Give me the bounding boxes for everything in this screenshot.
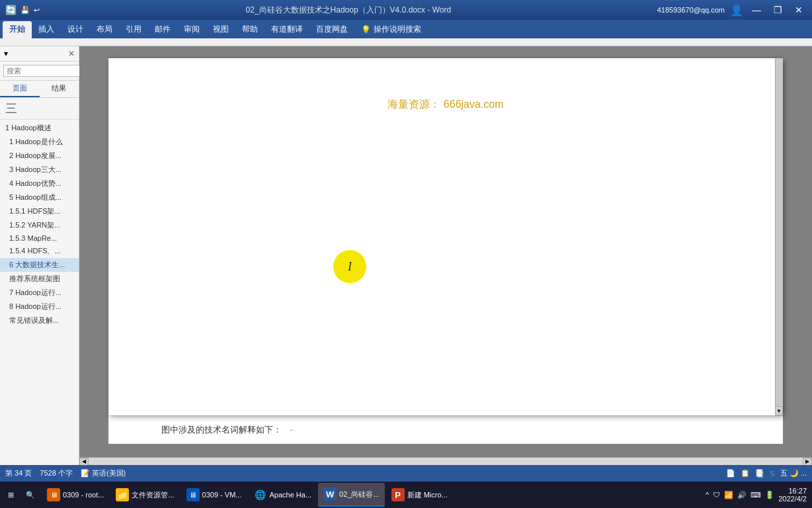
quick-save[interactable]: 💾 bbox=[20, 6, 30, 15]
title-bar: 🔄 💾 ↩ 02_尚硅谷大数据技术之Hadoop（入门）V4.0.docx - … bbox=[0, 0, 812, 20]
word-count: 7528 个字 bbox=[40, 468, 73, 478]
scroll-left-btn[interactable]: ◀ bbox=[79, 458, 89, 466]
maximize-button[interactable]: ❐ bbox=[770, 2, 786, 18]
keyboard-icon: ⌨ bbox=[751, 491, 761, 499]
watermark-text: 海量资源： 666java.com bbox=[161, 85, 730, 112]
account-icon[interactable]: 👤 bbox=[730, 4, 743, 17]
start-icon: ⊞ bbox=[8, 491, 14, 499]
terminal-icon-1: 🖥 bbox=[47, 488, 60, 501]
tab-youdao[interactable]: 有道翻译 bbox=[264, 21, 309, 38]
lightbulb-icon: 💡 bbox=[361, 25, 371, 34]
battery-icon: 🔋 bbox=[765, 491, 774, 499]
language-text: 英语(美国) bbox=[92, 468, 126, 478]
minimize-button[interactable]: — bbox=[749, 2, 764, 18]
search-icon: 🔍 bbox=[26, 491, 35, 499]
network-icons: 五 🌙 ... bbox=[780, 468, 807, 478]
title-bar-title: 02_尚硅谷大数据技术之Hadoop（入门）V4.0.docx - Word bbox=[40, 5, 657, 16]
nav-item-common-errors[interactable]: 常见错误及解... bbox=[0, 314, 79, 327]
nav-item-bigdata-tech[interactable]: 6 大数据技术生... bbox=[0, 258, 79, 272]
nav-item-hadoop-comp[interactable]: 5 Hadoop组成... bbox=[0, 190, 79, 204]
security-icon: 🛡 bbox=[713, 491, 720, 499]
nav-item-hdfs-yarn[interactable]: 1.5.4 HDFS、... bbox=[0, 244, 79, 258]
taskbar-chrome[interactable]: 🌐 Apache Ha... bbox=[248, 483, 317, 507]
vm-icon: 🖥 bbox=[186, 488, 200, 501]
page-bottom-text-area: 图中涉及的技术名词解释如下： ← bbox=[108, 415, 783, 444]
taskbar-right: ^ 🛡 📶 🔊 ⌨ 🔋 16:27 2022/4/2 bbox=[706, 487, 809, 503]
taskbar-vm[interactable]: 🖥 0309 - VM... bbox=[181, 483, 247, 507]
tab-start[interactable]: 开始 bbox=[3, 21, 32, 38]
tab-review[interactable]: 审阅 bbox=[177, 21, 206, 38]
status-bar: 第 34 页 7528 个字 📝 英语(美国) 📄 📋 📑 S 五 🌙 ... bbox=[0, 465, 812, 482]
scroll-down-btn[interactable]: ▼ bbox=[775, 406, 783, 415]
nav-item-mapreduce[interactable]: 1.5.3 MapRe... bbox=[0, 232, 79, 244]
clock[interactable]: 16:27 2022/4/2 bbox=[778, 487, 807, 503]
view-read-icon[interactable]: 📑 bbox=[755, 469, 764, 478]
nav-type-tabs: 页面 结果 bbox=[0, 81, 79, 98]
tab-view[interactable]: 视图 bbox=[206, 21, 235, 38]
nav-item-hadoop-what[interactable]: 1 Hadoop是什么 bbox=[0, 135, 79, 149]
page-number: 第 34 页 bbox=[5, 468, 32, 478]
navigation-pane: ▾ ✕ 🔍 页面 结果 三 1 Hadoop概述 1 Hadoop是什么 2 H… bbox=[0, 46, 79, 465]
cursor-indicator: I bbox=[333, 250, 366, 283]
paragraph-mark: ← bbox=[288, 425, 297, 435]
nav-item-hadoop-dev[interactable]: 2 Hadoop发展... bbox=[0, 149, 79, 163]
system-tray-arrow[interactable]: ^ bbox=[706, 491, 709, 499]
vertical-scrollbar[interactable] bbox=[775, 58, 783, 415]
nav-item-hadoop-run1[interactable]: 7 Hadoop运行... bbox=[0, 286, 79, 300]
scroll-track[interactable] bbox=[89, 458, 803, 466]
tab-reference[interactable]: 引用 bbox=[119, 21, 148, 38]
status-right: 📄 📋 📑 S 五 🌙 ... bbox=[726, 468, 807, 478]
tab-baidu[interactable]: 百度网盘 bbox=[309, 21, 354, 38]
taskbar-terminal-1[interactable]: 🖥 0309 - root... bbox=[42, 483, 109, 507]
tab-layout[interactable]: 布局 bbox=[90, 21, 119, 38]
spell-check-icon: 📝 bbox=[81, 469, 90, 478]
document-page: 海量资源： 666java.com I ▼ bbox=[108, 58, 783, 415]
close-button[interactable]: ✕ bbox=[791, 2, 807, 18]
document-area-outer: 海量资源： 666java.com I ▼ 图中涉及的技术名词解释如下： ← ◀ bbox=[79, 46, 812, 465]
start-button[interactable]: ⊞ bbox=[3, 483, 19, 507]
nav-item-hadoop-adv[interactable]: 4 Hadoop优势... bbox=[0, 177, 79, 190]
view-print-icon[interactable]: 📄 bbox=[726, 469, 735, 478]
ppt-taskbar-icon: P bbox=[391, 488, 405, 501]
date-text: 2022/4/2 bbox=[778, 495, 807, 503]
taskbar-label-chrome: Apache Ha... bbox=[269, 491, 311, 499]
tab-pages[interactable]: 页面 bbox=[0, 81, 40, 97]
search-taskbar-btn[interactable]: 🔍 bbox=[20, 483, 40, 507]
nav-item-yarn-arch[interactable]: 1.5.2 YARN架... bbox=[0, 218, 79, 232]
nav-item-hadoop-run2[interactable]: 8 Hadoop运行... bbox=[0, 300, 79, 314]
cursor-i-beam: I bbox=[348, 260, 352, 274]
taskbar-word[interactable]: W 02_尚硅谷... bbox=[318, 483, 385, 507]
sidebar-header: ▾ ✕ bbox=[0, 46, 79, 62]
horizontal-scrollbar[interactable]: ◀ ▶ bbox=[79, 457, 812, 465]
scroll-right-btn[interactable]: ▶ bbox=[803, 458, 812, 466]
page-preview-icon: 三 bbox=[0, 98, 79, 120]
taskbar-filemanager[interactable]: 📁 文件资源管... bbox=[110, 483, 179, 507]
taskbar-label-word: 02_尚硅谷... bbox=[339, 489, 380, 499]
nav-item-hdfs-arch[interactable]: 1.5.1 HDFS架... bbox=[0, 204, 79, 218]
page-content: 海量资源： 666java.com I bbox=[108, 58, 783, 415]
tab-insert[interactable]: 插入 bbox=[32, 21, 61, 38]
ribbon-tabs: 开始 插入 设计 布局 引用 邮件 审阅 视图 帮助 有道翻译 百度网盘 💡 操… bbox=[0, 20, 812, 38]
close-nav-button[interactable]: ✕ bbox=[68, 49, 75, 58]
taskbar-label-ppt: 新建 Micro... bbox=[407, 490, 448, 500]
nav-list: 1 Hadoop概述 1 Hadoop是什么 2 Hadoop发展... 3 H… bbox=[0, 120, 79, 465]
chrome-icon: 🌐 bbox=[253, 488, 266, 501]
tab-design[interactable]: 设计 bbox=[61, 21, 90, 38]
collapse-icon[interactable]: ▾ bbox=[4, 49, 8, 58]
view-full-icon[interactable]: 📋 bbox=[741, 469, 750, 478]
tab-mail[interactable]: 邮件 bbox=[148, 21, 177, 38]
word-taskbar-icon: W bbox=[323, 487, 337, 501]
document-scroll-area[interactable]: 海量资源： 666java.com I ▼ 图中涉及的技术名词解释如下： ← bbox=[79, 46, 812, 457]
tab-search-ops[interactable]: 💡 操作说明搜索 bbox=[354, 21, 428, 38]
taskbar-powerpoint[interactable]: P 新建 Micro... bbox=[386, 483, 453, 507]
title-bar-left: 🔄 💾 ↩ bbox=[5, 5, 40, 15]
tab-results[interactable]: 结果 bbox=[40, 81, 79, 97]
tab-help[interactable]: 帮助 bbox=[235, 21, 264, 38]
nav-item-hadoop-three[interactable]: 3 Hadoop三大... bbox=[0, 163, 79, 177]
taskbar-label-terminal-1: 0309 - root... bbox=[63, 491, 104, 499]
user-account[interactable]: 418593670@qq.com bbox=[657, 6, 725, 14]
nav-item-recommend[interactable]: 推荐系统框架图 bbox=[0, 272, 79, 286]
undo-btn[interactable]: ↩ bbox=[34, 6, 40, 15]
nav-item-hadoop-overview[interactable]: 1 Hadoop概述 bbox=[0, 121, 79, 135]
title-bar-right: 418593670@qq.com 👤 — ❐ ✕ bbox=[657, 2, 807, 18]
